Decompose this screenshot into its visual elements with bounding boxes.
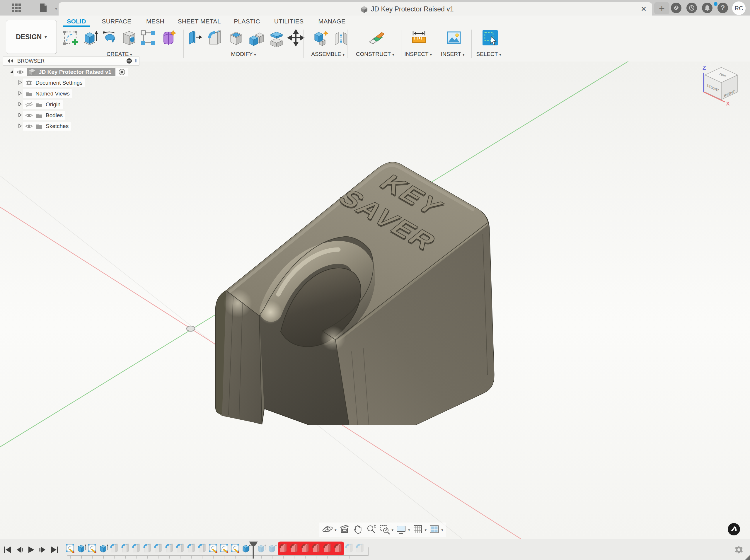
- timeline-step-back-button[interactable]: [14, 544, 25, 555]
- timeline-feature-sketch[interactable]: [230, 543, 240, 554]
- measure-button[interactable]: [410, 29, 428, 47]
- timeline-feature-extrude[interactable]: [98, 543, 109, 554]
- timeline-play-button[interactable]: [26, 544, 36, 555]
- collapsed-caret-icon[interactable]: [18, 113, 23, 118]
- display-mode-icon[interactable]: [126, 58, 133, 64]
- timeline-settings-gear-icon[interactable]: [734, 544, 744, 555]
- help-icon[interactable]: ?: [717, 3, 728, 13]
- folder-icon[interactable]: [36, 122, 43, 130]
- press-pull-button[interactable]: [185, 29, 203, 47]
- ribbon-tab-surface[interactable]: SURFACE: [102, 18, 131, 25]
- app-grid-icon[interactable]: [11, 2, 22, 14]
- group-label-construct[interactable]: CONSTRUCT▾: [356, 51, 394, 57]
- rectangular-pattern-button[interactable]: [139, 29, 157, 47]
- file-menu-icon[interactable]: [38, 2, 49, 14]
- viewports-button[interactable]: ▾: [428, 523, 443, 536]
- activate-radio-icon[interactable]: [118, 68, 126, 76]
- browser-row-named-views[interactable]: Named Views: [3, 89, 139, 98]
- group-label-select[interactable]: SELECT▾: [476, 51, 501, 57]
- group-label-insert[interactable]: INSERT▾: [441, 51, 465, 57]
- create-form-button[interactable]: [159, 29, 178, 47]
- timeline-feature-fillet-error[interactable]: [278, 543, 289, 554]
- autodesk-badge-icon[interactable]: [727, 522, 741, 536]
- timeline-feature-fillet-error[interactable]: [322, 543, 333, 554]
- browser-row-jd-key-protector-raised-v1[interactable]: JD Key Protector Raised v1: [3, 68, 139, 77]
- timeline-feature-fillet[interactable]: [120, 543, 131, 554]
- timeline-feature-fillet[interactable]: [153, 543, 163, 554]
- collapse-panel-icon[interactable]: [7, 58, 14, 64]
- move-copy-button[interactable]: [287, 29, 305, 47]
- timeline-feature-sketch[interactable]: [219, 543, 230, 554]
- ribbon-tab-mesh[interactable]: MESH: [146, 18, 164, 25]
- panel-resize-handle[interactable]: ‖: [135, 58, 137, 64]
- orbit-button[interactable]: ▾: [322, 523, 337, 536]
- ribbon-tab-utilities[interactable]: UTILITIES: [274, 18, 304, 25]
- browser-row-origin[interactable]: Origin: [3, 100, 139, 109]
- folder-icon[interactable]: [25, 90, 33, 98]
- extensions-icon[interactable]: [671, 3, 682, 13]
- orbit-caret-icon[interactable]: ▾: [335, 528, 337, 532]
- notifications-bell-icon[interactable]: [702, 3, 712, 13]
- create-sketch-button[interactable]: [61, 29, 79, 47]
- visibility-hidden-icon[interactable]: [25, 101, 33, 108]
- browser-header[interactable]: BROWSER ‖: [3, 56, 139, 66]
- timeline-feature-fillet-error[interactable]: [289, 543, 299, 554]
- hole-button[interactable]: [120, 29, 138, 47]
- timeline-feature-fillet[interactable]: [197, 543, 208, 554]
- timeline-feature-sketch[interactable]: [208, 543, 219, 554]
- timeline-go-to-end-button[interactable]: [49, 544, 60, 555]
- model-key-saver[interactable]: KEY SAVER KEY SAVER: [188, 146, 510, 425]
- ribbon-tab-manage[interactable]: MANAGE: [318, 18, 346, 25]
- group-label-inspect[interactable]: INSPECT▾: [404, 51, 432, 57]
- new-tab-button[interactable]: +: [654, 2, 669, 14]
- user-avatar[interactable]: RC: [732, 1, 746, 15]
- settings-gear-icon[interactable]: [25, 79, 33, 87]
- split-body-button[interactable]: [268, 29, 285, 47]
- collapsed-caret-icon[interactable]: [18, 124, 23, 129]
- grid-and-snaps-button[interactable]: ▾: [412, 523, 427, 536]
- timeline-feature-fillet[interactable]: [131, 543, 141, 554]
- visibility-eye-icon[interactable]: [25, 122, 33, 130]
- timeline-feature-extrude[interactable]: [76, 543, 87, 554]
- timeline-feature-fillet[interactable]: [164, 543, 175, 554]
- timeline-feature-fillet[interactable]: [109, 543, 120, 554]
- ribbon-tab-solid[interactable]: SOLID: [67, 18, 86, 25]
- timeline-feature-extrude-suppressed[interactable]: [267, 543, 277, 554]
- timeline-feature-fillet-error[interactable]: [300, 543, 311, 554]
- group-label-assemble[interactable]: ASSEMBLE▾: [311, 51, 344, 57]
- zoom-window-button[interactable]: ▾: [379, 523, 394, 536]
- timeline-step-forward-button[interactable]: [38, 544, 48, 555]
- construction-plane-button[interactable]: [368, 29, 386, 47]
- pan-button[interactable]: [352, 523, 363, 536]
- zoom-window-caret-icon[interactable]: ▾: [392, 528, 394, 532]
- collapsed-caret-icon[interactable]: [18, 80, 23, 86]
- timeline-feature-sketch[interactable]: [87, 543, 98, 554]
- combine-button[interactable]: [248, 29, 266, 47]
- shell-button[interactable]: [227, 29, 245, 47]
- fillet-button[interactable]: [206, 29, 224, 47]
- timeline-feature-fillet[interactable]: [186, 543, 197, 554]
- timeline-feature-fillet-suppressed[interactable]: [355, 543, 365, 554]
- viewports-caret-icon[interactable]: ▾: [441, 528, 443, 532]
- visibility-eye-icon[interactable]: [16, 68, 24, 76]
- zoom-button[interactable]: [365, 523, 377, 536]
- grid-and-snaps-caret-icon[interactable]: ▾: [425, 528, 427, 532]
- timeline-feature-fillet-error[interactable]: [311, 543, 321, 554]
- extrude-button[interactable]: [81, 29, 99, 47]
- visibility-eye-icon[interactable]: [25, 112, 33, 119]
- select-button[interactable]: [481, 29, 499, 47]
- collapsed-caret-icon[interactable]: [18, 91, 23, 97]
- file-menu-caret[interactable]: ▾: [55, 6, 57, 11]
- view-cube[interactable]: TOP FRONT RIGHT Z X: [695, 59, 748, 118]
- ribbon-tab-sheet-metal[interactable]: SHEET METAL: [178, 18, 221, 25]
- ribbon-tab-plastic[interactable]: PLASTIC: [234, 18, 260, 25]
- document-tab[interactable]: JD Key Protector Raised v1 ✕: [59, 2, 652, 16]
- insert-image-button[interactable]: [445, 29, 463, 47]
- browser-row-document-settings[interactable]: Document Settings: [3, 79, 139, 87]
- revolve-button[interactable]: [101, 29, 119, 47]
- timeline-feature-fillet[interactable]: [175, 543, 185, 554]
- root-component-selected[interactable]: JD Key Protector Raised v1: [27, 68, 115, 76]
- collapsed-caret-icon[interactable]: [18, 102, 23, 107]
- timeline-feature-sketch[interactable]: [65, 543, 76, 554]
- workspace-selector[interactable]: DESIGN ▾: [6, 20, 57, 54]
